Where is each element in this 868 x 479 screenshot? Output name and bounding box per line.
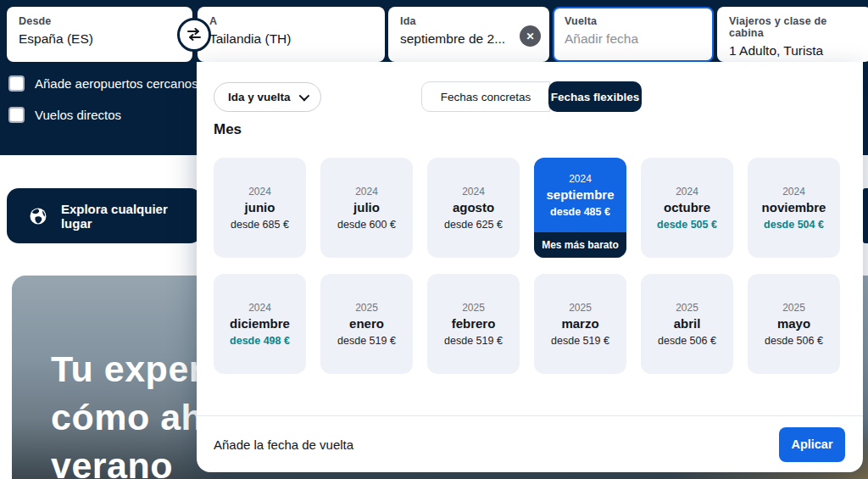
swap-origin-destination-button[interactable] bbox=[177, 18, 211, 52]
month-card-septiembre-2024[interactable]: 2024septiembredesde 485 €Mes más barato bbox=[534, 158, 626, 258]
month-card-octubre-2024[interactable]: 2024octubredesde 505 € bbox=[641, 158, 733, 258]
apply-button[interactable]: Aplicar bbox=[779, 427, 845, 462]
travellers-value: 1 Adulto, Turista bbox=[729, 43, 860, 58]
panel-footer: Añade la fecha de vuelta Aplicar bbox=[197, 415, 863, 472]
return-placeholder: Añadir fecha bbox=[565, 31, 702, 47]
return-date-hint: Añade la fecha de vuelta bbox=[214, 437, 353, 452]
month-card-year: 2024 bbox=[676, 186, 698, 198]
month-card-content: 2024juliodesde 600 € bbox=[320, 158, 413, 258]
direct-flights-option[interactable]: Vuelos directos bbox=[8, 107, 121, 123]
month-card-price: desde 685 € bbox=[231, 219, 289, 231]
cheapest-month-badge: Mes más barato bbox=[534, 232, 626, 258]
return-label: Vuelta bbox=[565, 15, 702, 27]
nearby-airports-option[interactable]: Añade aeropuertos cercanos bbox=[8, 75, 198, 92]
month-card-agosto-2024[interactable]: 2024agostodesde 625 € bbox=[427, 158, 520, 258]
month-card-year: 2024 bbox=[248, 186, 271, 198]
month-card-diciembre-2024[interactable]: 2024diciembredesde 498 € bbox=[214, 274, 306, 374]
destination-label: A bbox=[209, 15, 373, 27]
month-card-content: 2024agostodesde 625 € bbox=[427, 158, 520, 258]
month-card-content: 2024octubredesde 505 € bbox=[641, 158, 733, 258]
month-card-name: julio bbox=[353, 200, 380, 214]
month-card-year: 2024 bbox=[462, 186, 485, 198]
month-card-name: junio bbox=[245, 200, 275, 214]
destination-value: Tailandia (TH) bbox=[209, 31, 373, 47]
month-card-name: febrero bbox=[452, 316, 496, 331]
month-card-content: 2024juniodesde 685 € bbox=[214, 158, 306, 258]
tab-specific-dates[interactable]: Fechas concretas bbox=[421, 81, 550, 112]
month-card-price: desde 498 € bbox=[230, 335, 290, 347]
clear-depart-date-button[interactable]: ✕ bbox=[520, 25, 541, 47]
trip-type-value: Ida y vuelta bbox=[228, 91, 291, 103]
date-mode-tabs: Fechas concretas Fechas flexibles bbox=[421, 81, 642, 112]
direct-flights-checkbox[interactable] bbox=[8, 107, 25, 123]
month-card-content: 2024septiembredesde 485 € bbox=[534, 158, 626, 232]
month-card-year: 2024 bbox=[248, 302, 271, 314]
month-card-content: 2025marzodesde 519 € bbox=[534, 274, 626, 374]
month-card-name: mayo bbox=[777, 316, 810, 331]
month-card-abril-2025[interactable]: 2025abrildesde 506 € bbox=[641, 274, 733, 374]
month-card-febrero-2025[interactable]: 2025febrerodesde 519 € bbox=[427, 274, 520, 374]
destination-field[interactable]: A Tailandia (TH) bbox=[198, 7, 385, 62]
month-card-price: desde 519 € bbox=[337, 335, 396, 347]
month-card-price: desde 506 € bbox=[765, 335, 823, 347]
nearby-airports-checkbox[interactable] bbox=[8, 75, 25, 92]
month-card-noviembre-2024[interactable]: 2024noviembredesde 504 € bbox=[748, 158, 840, 258]
month-card-name: enero bbox=[349, 316, 384, 331]
month-card-name: marzo bbox=[561, 316, 598, 331]
return-date-field[interactable]: Vuelta Añadir fecha bbox=[553, 7, 714, 62]
month-card-mayo-2025[interactable]: 2025mayodesde 506 € bbox=[748, 274, 840, 374]
month-card-price: desde 519 € bbox=[551, 335, 609, 347]
month-card-content: 2025enerodesde 519 € bbox=[320, 274, 413, 374]
depart-label: Ida bbox=[400, 15, 537, 27]
month-card-price: desde 600 € bbox=[337, 219, 396, 231]
month-card-content: 2024diciembredesde 498 € bbox=[214, 274, 306, 374]
month-card-name: octubre bbox=[664, 200, 710, 214]
month-card-price: desde 506 € bbox=[658, 335, 716, 347]
month-card-name: noviembre bbox=[762, 200, 826, 214]
month-card-price: desde 625 € bbox=[444, 219, 503, 231]
flexible-dates-panel: Ida y vuelta Fechas concretas Fechas fle… bbox=[197, 62, 863, 472]
travellers-cabin-field[interactable]: Viajeros y clase de cabina 1 Adulto, Tur… bbox=[717, 7, 868, 62]
month-card-content: 2025febrerodesde 519 € bbox=[427, 274, 520, 374]
month-card-junio-2024[interactable]: 2024juniodesde 685 € bbox=[214, 158, 306, 258]
month-card-content: 2024noviembredesde 504 € bbox=[748, 158, 840, 258]
month-card-name: septiembre bbox=[546, 187, 614, 202]
month-card-name: agosto bbox=[453, 200, 494, 214]
month-card-year: 2024 bbox=[569, 173, 592, 185]
nearby-airports-label: Añade aeropuertos cercanos bbox=[35, 76, 198, 91]
depart-date-field[interactable]: Ida septiembre de 2... ✕ bbox=[388, 7, 549, 62]
trip-type-select[interactable]: Ida y vuelta bbox=[214, 82, 321, 112]
tab-flexible-dates[interactable]: Fechas flexibles bbox=[548, 81, 642, 112]
month-section-title: Mes bbox=[214, 121, 242, 138]
month-card-price: desde 485 € bbox=[550, 206, 610, 218]
globe-icon bbox=[29, 207, 47, 226]
origin-field[interactable]: Desde España (ES) bbox=[7, 7, 192, 62]
month-card-year: 2024 bbox=[355, 186, 378, 198]
month-card-year: 2025 bbox=[569, 302, 592, 314]
month-card-year: 2025 bbox=[355, 302, 378, 314]
month-grid: 2024juniodesde 685 €2024juliodesde 600 €… bbox=[214, 158, 846, 374]
hero-headline: Tu exper cómo ah verano bbox=[51, 345, 203, 479]
explore-anywhere-button[interactable]: Explora cualquier lugar bbox=[7, 188, 202, 243]
month-card-content: 2025abrildesde 506 € bbox=[641, 274, 733, 374]
month-card-content: 2025mayodesde 506 € bbox=[748, 274, 840, 374]
month-card-enero-2025[interactable]: 2025enerodesde 519 € bbox=[320, 274, 413, 374]
close-icon: ✕ bbox=[526, 31, 534, 42]
month-card-year: 2025 bbox=[782, 302, 805, 314]
partial-element-right-edge bbox=[863, 188, 868, 243]
month-card-price: desde 519 € bbox=[444, 335, 503, 347]
origin-value: España (ES) bbox=[19, 31, 181, 47]
swap-arrows-icon bbox=[186, 28, 203, 42]
month-card-marzo-2025[interactable]: 2025marzodesde 519 € bbox=[534, 274, 626, 374]
travellers-label: Viajeros y clase de cabina bbox=[729, 15, 860, 39]
chevron-down-icon bbox=[298, 91, 309, 102]
month-card-year: 2025 bbox=[676, 302, 698, 314]
origin-label: Desde bbox=[19, 15, 181, 27]
month-card-name: abril bbox=[674, 316, 701, 331]
month-card-price: desde 505 € bbox=[657, 219, 717, 231]
month-card-julio-2024[interactable]: 2024juliodesde 600 € bbox=[320, 158, 413, 258]
month-card-year: 2025 bbox=[462, 302, 485, 314]
month-card-year: 2024 bbox=[782, 186, 805, 198]
month-card-price: desde 504 € bbox=[764, 219, 824, 231]
depart-value: septiembre de 2... bbox=[400, 31, 537, 47]
